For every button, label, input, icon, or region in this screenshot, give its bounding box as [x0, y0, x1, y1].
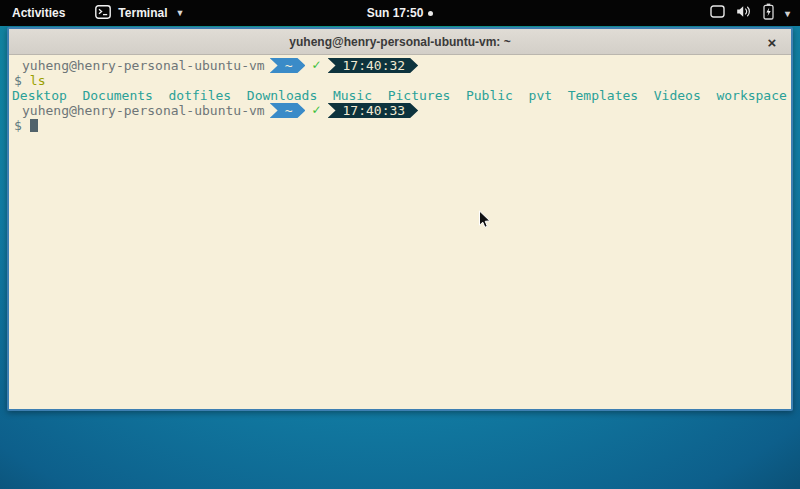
terminal-content[interactable]: yuheng@henry-personal-ubuntu-vm ~ ✓ 17:4… [9, 55, 791, 410]
battery-charging-icon [763, 3, 774, 23]
window-titlebar[interactable]: yuheng@henry-personal-ubuntu-vm: ~ × [9, 29, 791, 55]
close-button[interactable]: × [759, 29, 785, 55]
typed-command: ls [30, 73, 46, 88]
prompt-user-host: yuheng@henry-personal-ubuntu-vm [9, 58, 265, 73]
volume-icon [736, 5, 752, 21]
prompt-user-host: yuheng@henry-personal-ubuntu-vm [9, 103, 265, 118]
ls-output-line: Desktop Documents dotfiles Downloads Mus… [9, 88, 791, 103]
app-menu-label: Terminal [118, 6, 167, 20]
prompt-cwd-segment: ~ [270, 58, 306, 73]
screen-icon [710, 5, 725, 21]
activities-button[interactable]: Activities [12, 6, 65, 20]
terminal-cursor [30, 119, 38, 132]
status-check-icon: ✓ [311, 103, 321, 118]
prompt-line-2: yuheng@henry-personal-ubuntu-vm ~ ✓ 17:4… [9, 103, 791, 118]
prompt-time-segment: 17:40:32 [328, 58, 419, 73]
terminal-window: yuheng@henry-personal-ubuntu-vm: ~ × yuh… [7, 27, 793, 411]
desktop: Activities Terminal ▼ Sun 17:50 [0, 0, 800, 489]
app-menu[interactable]: Terminal ▼ [95, 5, 184, 22]
top-bar: Activities Terminal ▼ Sun 17:50 [0, 0, 800, 26]
app-menu-caret-icon: ▼ [175, 8, 184, 18]
prompt-cwd-segment: ~ [270, 103, 306, 118]
system-menu-caret-icon: ▾ [785, 8, 790, 19]
system-tray[interactable]: ▾ [710, 0, 790, 26]
prompt-time-segment: 17:40:33 [328, 103, 419, 118]
status-check-icon: ✓ [311, 58, 321, 73]
window-title: yuheng@henry-personal-ubuntu-vm: ~ [289, 35, 510, 49]
command-line-2: $ [9, 118, 791, 133]
clock-label: Sun 17:50 [367, 6, 424, 20]
notification-dot-icon [428, 11, 433, 16]
command-line-1: $ ls [9, 73, 791, 88]
mouse-pointer-icon [478, 210, 491, 234]
prompt-symbol: $ [9, 118, 22, 133]
terminal-app-icon [95, 5, 111, 22]
prompt-symbol: $ [9, 73, 22, 88]
prompt-line-1: yuheng@henry-personal-ubuntu-vm ~ ✓ 17:4… [9, 58, 791, 73]
